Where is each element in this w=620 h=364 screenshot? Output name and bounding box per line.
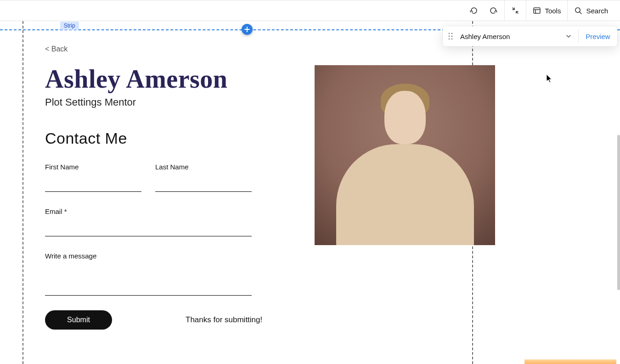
form-row-names: First Name Last Name [45,163,495,192]
search-button[interactable]: Search [574,6,608,15]
tools-button[interactable]: Tools [533,6,561,15]
svg-point-7 [449,36,450,37]
contact-heading[interactable]: Contact Me [45,129,495,147]
last-name-input[interactable] [155,180,252,192]
tools-group: Tools [526,0,567,21]
layout-icon [533,6,541,15]
strip-tag-label: Strip [64,22,75,29]
last-name-field: Last Name [155,163,252,192]
page-subtitle[interactable]: Plot Settings Mentor [45,96,495,108]
page-content: < Back Ashley Amerson Plot Settings Ment… [45,45,495,330]
email-label: Email * [45,207,252,215]
drag-handle[interactable] [443,33,458,40]
vertical-scrollbar[interactable] [617,135,620,290]
form-row-message: Write a message [45,252,495,296]
svg-point-5 [449,33,450,34]
undo-icon [469,6,479,15]
svg-rect-0 [534,8,540,13]
page-selector-panel: Ashley Amerson Preview [443,26,617,46]
message-label: Write a message [45,252,252,260]
strip-tag[interactable]: Strip [60,22,79,30]
search-icon [574,6,582,15]
first-name-label: First Name [45,163,141,171]
cursor-icon [546,74,552,83]
svg-point-10 [451,39,453,40]
message-input[interactable] [45,269,252,296]
page-title[interactable]: Ashley Amerson [45,64,495,94]
email-field: Email * [45,207,252,236]
undo-button[interactable] [469,6,479,15]
collapse-button[interactable] [511,6,519,15]
collapse-icon [511,6,519,15]
footer-stripe [524,359,616,364]
editor-top-toolbar: Tools Search [0,0,620,21]
plus-icon [244,27,250,32]
page-dropdown[interactable]: Ashley Amerson [458,33,578,40]
svg-point-8 [451,36,453,37]
submit-button[interactable]: Submit [45,310,112,330]
preview-button[interactable]: Preview [579,33,617,40]
chevron-down-icon [565,33,572,39]
thanks-text: Thanks for submitting! [186,315,262,325]
first-name-input[interactable] [45,180,141,192]
first-name-field: First Name [45,163,141,192]
editor-canvas[interactable]: Strip < Back Ashley Amerson Plot Setting… [0,21,620,364]
svg-line-4 [580,12,581,14]
message-field: Write a message [45,252,252,296]
last-name-label: Last Name [155,163,252,171]
tools-label: Tools [545,7,561,15]
back-link[interactable]: < Back [45,45,68,53]
email-input[interactable] [45,224,252,236]
redo-icon [489,6,498,15]
svg-point-9 [449,39,450,40]
form-row-email: Email * [45,207,495,236]
page-dropdown-label: Ashley Amerson [460,33,510,40]
add-section-button[interactable] [242,24,253,35]
submit-row: Submit Thanks for submitting! [45,310,495,330]
drag-handle-icon [448,33,453,40]
search-group: Search [567,0,614,21]
preview-label: Preview [586,33,610,40]
history-group [463,0,504,21]
collapse-group [504,0,526,21]
search-label: Search [586,7,608,15]
left-guide [23,21,23,364]
redo-button[interactable] [489,6,498,15]
svg-point-6 [451,33,453,34]
